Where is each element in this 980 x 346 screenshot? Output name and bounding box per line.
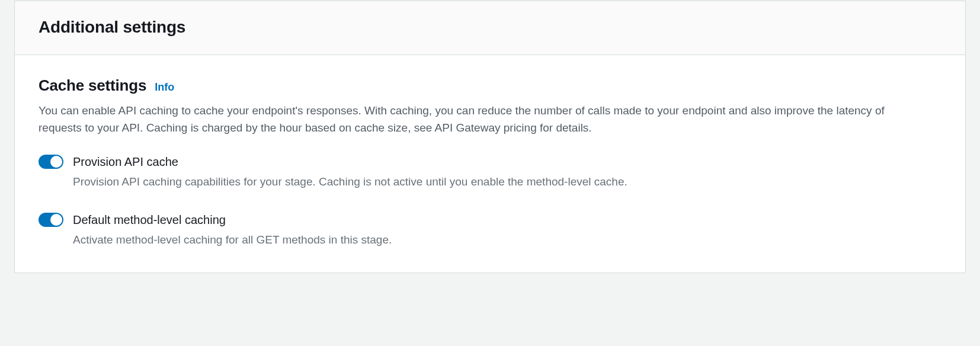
cache-settings-description: You can enable API caching to cache your…: [39, 102, 904, 137]
panel-title: Additional settings: [39, 18, 941, 37]
default-method-caching-toggle[interactable]: [39, 213, 63, 227]
panel-header: Additional settings: [15, 1, 965, 55]
provision-api-cache-description: Provision API caching capabilities for y…: [73, 174, 941, 191]
provision-api-cache-toggle[interactable]: [39, 155, 63, 169]
info-link[interactable]: Info: [155, 81, 174, 94]
provision-api-cache-row: Provision API cache Provision API cachin…: [39, 153, 941, 191]
cache-settings-title: Cache settings: [39, 76, 146, 95]
provision-api-cache-content: Provision API cache Provision API cachin…: [73, 153, 941, 191]
cache-settings-heading: Cache settings Info: [39, 76, 941, 95]
provision-api-cache-label: Provision API cache: [73, 153, 941, 170]
default-method-caching-content: Default method-level caching Activate me…: [73, 212, 941, 249]
panel-body: Cache settings Info You can enable API c…: [15, 55, 965, 273]
default-method-caching-row: Default method-level caching Activate me…: [39, 212, 941, 249]
default-method-caching-description: Activate method-level caching for all GE…: [73, 232, 941, 249]
default-method-caching-label: Default method-level caching: [73, 212, 941, 228]
additional-settings-panel: Additional settings Cache settings Info …: [14, 1, 966, 273]
